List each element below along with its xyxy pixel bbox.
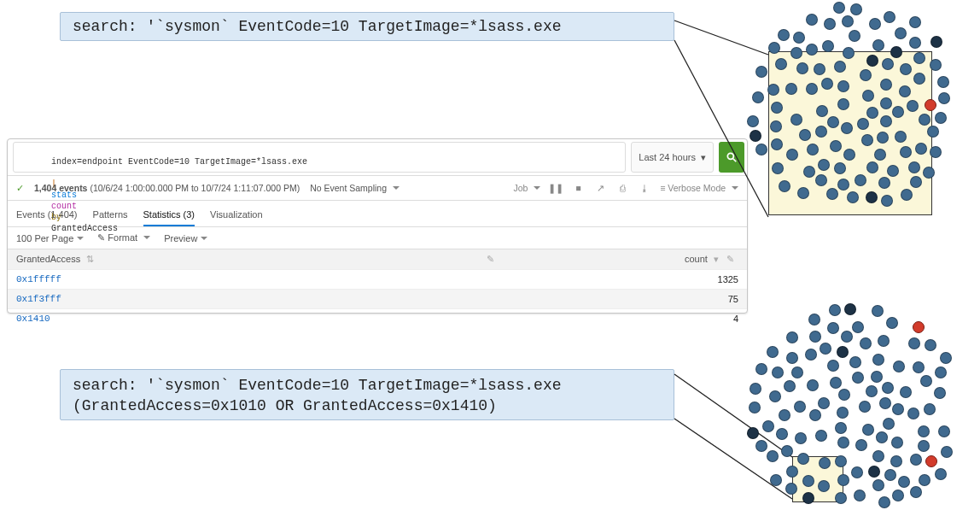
result-cloud-refined <box>743 299 956 513</box>
sort-down-icon[interactable]: ▾ <box>714 254 719 264</box>
event-dot <box>880 79 892 91</box>
event-dot <box>815 126 827 138</box>
cell-granted-access: 0x1fffff <box>16 274 61 284</box>
event-dot <box>927 126 939 138</box>
edit-column-icon-2[interactable]: ✎ <box>726 254 738 265</box>
event-dot <box>747 115 759 127</box>
table-row[interactable]: 0x1410 4 <box>8 308 747 328</box>
event-dot <box>797 453 809 465</box>
event-dot <box>908 337 920 349</box>
preview-dropdown[interactable]: Preview <box>164 233 207 243</box>
table-toolbar: 100 Per Page ✎ Format Preview <box>8 227 747 249</box>
event-dot <box>895 27 907 39</box>
event-dot <box>755 363 767 375</box>
event-dot <box>852 372 864 384</box>
stop-icon[interactable]: ■ <box>571 181 585 195</box>
event-dot <box>866 55 878 67</box>
format-dropdown[interactable]: ✎ Format <box>97 232 150 243</box>
search-bar-row: index=endpoint EventCode=10 TargetImage=… <box>8 139 747 176</box>
event-dot <box>938 425 950 437</box>
event-dot <box>891 437 903 449</box>
event-dot <box>818 159 830 171</box>
event-dot <box>809 409 821 421</box>
col-count[interactable]: count <box>685 254 708 264</box>
event-dot <box>872 305 884 317</box>
event-dot <box>793 32 805 44</box>
event-dot <box>937 76 949 88</box>
event-dot <box>879 397 891 409</box>
event-dot <box>838 389 850 401</box>
spl-query-input[interactable]: index=endpoint EventCode=10 TargetImage=… <box>13 142 626 173</box>
event-dot <box>907 408 919 419</box>
event-dot <box>872 479 884 491</box>
tab-statistics[interactable]: Statistics (3) <box>143 206 195 226</box>
event-dot <box>806 83 818 95</box>
event-dot <box>919 114 930 126</box>
event-dot <box>900 386 912 398</box>
event-dot <box>767 450 779 462</box>
event-dot <box>841 331 853 343</box>
event-dot <box>877 132 889 144</box>
event-dot <box>807 379 819 391</box>
print-icon[interactable]: ⎙ <box>615 181 629 195</box>
event-dot <box>747 427 759 439</box>
event-dot <box>755 66 767 78</box>
event-dot <box>827 322 839 334</box>
event-dot <box>842 15 854 27</box>
event-dot <box>775 58 787 70</box>
event-dot <box>837 80 849 92</box>
event-dot <box>844 303 856 315</box>
share-icon[interactable]: ↗ <box>593 181 607 195</box>
search-mode-dropdown[interactable]: ≡ Verbose Mode <box>660 183 738 193</box>
event-dot <box>935 468 947 480</box>
tab-patterns[interactable]: Patterns <box>93 206 128 226</box>
anomaly-dot <box>913 321 925 333</box>
tab-events[interactable]: Events (1,404) <box>16 206 78 226</box>
event-dot <box>866 191 878 203</box>
event-dot <box>915 143 927 155</box>
event-dot <box>935 366 947 378</box>
chevron-down-icon: ▾ <box>701 152 706 163</box>
event-sampling-dropdown[interactable]: No Event Sampling <box>310 183 400 193</box>
tab-visualization[interactable]: Visualization <box>210 206 263 226</box>
event-dot <box>930 146 942 158</box>
event-dot <box>772 162 784 174</box>
event-dot <box>941 446 953 458</box>
svg-line-1 <box>733 159 737 162</box>
col-granted-access[interactable]: GrantedAccess <box>16 254 80 264</box>
time-range-label: Last 24 hours <box>639 152 696 162</box>
event-dot <box>807 144 819 155</box>
time-range-picker[interactable]: Last 24 hours ▾ <box>631 142 714 173</box>
event-dot <box>784 380 796 392</box>
event-dot <box>755 144 767 155</box>
event-dot <box>898 476 910 488</box>
event-dot <box>850 3 862 15</box>
event-dot <box>837 407 849 419</box>
event-dot <box>806 14 818 26</box>
edit-column-icon[interactable]: ✎ <box>487 254 499 265</box>
pause-icon[interactable]: ❚❚ <box>549 181 563 195</box>
event-dot <box>769 390 781 402</box>
table-row[interactable]: 0x1f3fff 75 <box>8 289 747 308</box>
result-cloud-original <box>743 0 956 210</box>
run-search-button[interactable] <box>719 142 744 173</box>
cell-granted-access: 0x1410 <box>16 314 50 324</box>
event-dot <box>872 354 884 366</box>
pencil-icon: ✎ <box>97 232 105 243</box>
rows-per-page-dropdown[interactable]: 100 Per Page <box>16 233 84 243</box>
cell-count: 4 <box>733 314 738 324</box>
event-dot <box>796 62 808 74</box>
event-dot <box>857 118 869 130</box>
job-menu[interactable]: Job <box>513 183 540 193</box>
event-dot <box>913 73 925 85</box>
sort-icon[interactable]: ⇅ <box>86 254 94 264</box>
event-sampling-label: No Event Sampling <box>310 183 387 193</box>
event-dot <box>918 425 930 437</box>
event-dot <box>837 474 849 486</box>
event-dot <box>785 83 797 95</box>
event-dot <box>826 188 838 200</box>
event-dot <box>827 116 839 128</box>
download-icon[interactable]: ⭳ <box>638 181 651 195</box>
table-row[interactable]: 0x1fffff 1325 <box>8 269 747 289</box>
event-dot <box>925 339 936 351</box>
